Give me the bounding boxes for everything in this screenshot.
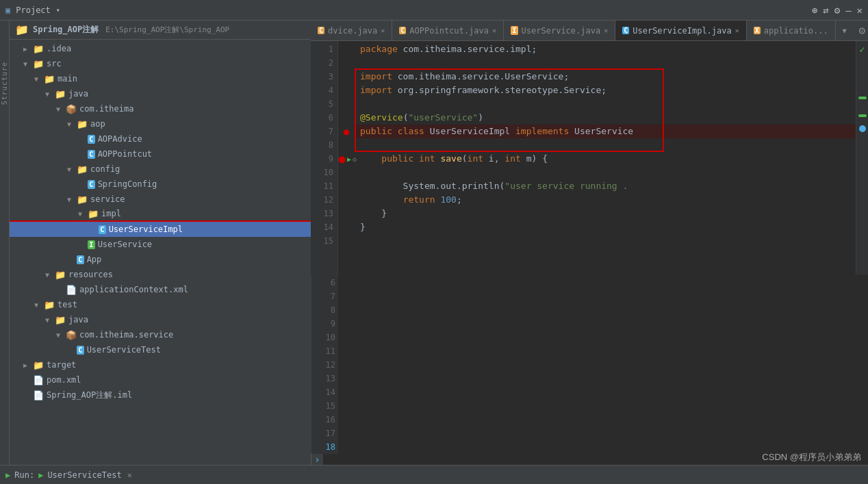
structure-panel: Structure [0, 21, 10, 465]
tree-item-aop[interactable]: ▼ 📁 aop [10, 116, 311, 131]
title-bar-left: ▣ Project ▾ [5, 5, 60, 15]
gutter-6 [338, 111, 355, 125]
space-return [435, 193, 441, 207]
code-content[interactable]: package com.itheima.service.impl; import… [355, 41, 856, 275]
breakpoint-icon[interactable]: ● [344, 126, 349, 137]
gutter-15 [338, 234, 355, 248]
annotation-paren: ( [403, 111, 409, 125]
tab-aoppointcut-close[interactable]: ✕ [492, 27, 496, 34]
tree-item-aoppointcut[interactable]: ▶ C AOPPointcut [10, 147, 311, 162]
tab-advice[interactable]: C dvice.java ✕ [311, 21, 392, 40]
tree-item-service[interactable]: ▼ 📁 service [10, 192, 311, 207]
gutter-mark-green2 [858, 114, 867, 117]
tree-arrow-target[interactable]: ▶ [23, 361, 31, 369]
tab-userserviceimpl[interactable]: C UserServiceImpl.java ✕ [615, 21, 747, 40]
tab-dropdown[interactable]: ▾ [836, 21, 854, 40]
tree-item-userservicetest[interactable]: ▶ C UserServiceTest [10, 342, 311, 357]
code-line-3: import com.itheima.service.UserService; [355, 70, 856, 84]
tree-arrow-java[interactable]: ▼ [45, 90, 53, 98]
tab-settings[interactable]: ⚙ [853, 21, 868, 40]
tree-arrow-com[interactable]: ▼ [56, 105, 64, 113]
line-num-3: 3 [311, 70, 333, 84]
project-name: Spring_AOP注解 [33, 24, 99, 36]
space3 [435, 152, 441, 166]
tree-arrow-impl[interactable]: ▼ [78, 210, 86, 218]
tree-arrow-src[interactable]: ▼ [23, 60, 31, 68]
tree-arrow[interactable]: ▶ [23, 45, 31, 53]
class-name: UserServiceImpl [424, 125, 515, 138]
tree-item-src[interactable]: ▼ 📁 src [10, 56, 311, 71]
globe-icon[interactable]: ⊕ [812, 5, 817, 16]
file-ok-icon: ✓ [859, 41, 865, 55]
tree-item-resources[interactable]: ▼ 📁 resources [10, 267, 311, 282]
chevron-right-icon[interactable]: › [311, 454, 323, 465]
tab-applicationcontext[interactable]: X applicatio... [747, 21, 836, 40]
tab-aoppointcut[interactable]: C AOPPointcut.java ✕ [392, 21, 504, 40]
tree-arrow-aop[interactable]: ▼ [67, 120, 75, 128]
run-arrow-icon[interactable]: ▶ [347, 155, 351, 163]
project-label[interactable]: Project [16, 5, 51, 15]
right-line-numbers: 6 7 8 9 10 11 12 13 14 15 16 17 18 [311, 275, 338, 454]
minimize-icon[interactable]: — [845, 5, 851, 16]
tree-arrow-com-service[interactable]: ▼ [56, 331, 64, 339]
rln-17: 17 [311, 426, 335, 440]
tab-userservice[interactable]: I UserService.java ✕ [504, 21, 615, 40]
project-dropdown-icon[interactable]: ▾ [56, 6, 60, 14]
gutter-9[interactable]: ⬤ ▶ ◇ [338, 152, 355, 166]
resources-folder-icon: 📁 [55, 270, 66, 280]
tree-item-appcontext[interactable]: ▶ 📄 applicationContext.xml [10, 282, 311, 297]
editor-area: C dvice.java ✕ C AOPPointcut.java ✕ I Us… [311, 21, 868, 465]
tree-item-pom[interactable]: ▶ 📄 pom.xml [10, 372, 311, 387]
tab-userservice-close[interactable]: ✕ [604, 27, 608, 34]
settings-icon[interactable]: ⚙ [834, 5, 840, 16]
project-path: E:\Spring_AOP注解\Spring_AOP [105, 25, 229, 35]
tree-item-userserviceimpl[interactable]: ▶ C UserServiceImpl [10, 222, 311, 237]
tree-item-java[interactable]: ▼ 📁 java [10, 86, 311, 101]
tree-item-idea[interactable]: ▶ 📁 .idea [10, 41, 311, 56]
tree-item-test[interactable]: ▼ 📁 test [10, 297, 311, 312]
close-icon[interactable]: ✕ [857, 5, 863, 16]
tree-arrow-main[interactable]: ▼ [34, 75, 42, 83]
tree-container[interactable]: ▶ 📁 .idea ▼ 📁 src ▼ 📁 main ▼ [10, 40, 311, 465]
tree-arrow-test[interactable]: ▼ [34, 301, 42, 309]
app-label: App [87, 255, 102, 264]
run-close-icon[interactable]: ✕ [127, 470, 132, 480]
tree-arrow-service[interactable]: ▼ [67, 196, 75, 203]
tree-item-iml[interactable]: ▶ 📄 Spring_AOP注解.iml [10, 387, 311, 403]
run-icon[interactable]: ▶ [5, 470, 10, 480]
method-save: save [440, 152, 461, 166]
param-i: i, [483, 152, 505, 166]
tab-userservice-label: UserService.java [522, 26, 601, 36]
run-test-icon: ▶ [38, 470, 43, 480]
tree-arrow-resources[interactable]: ▼ [45, 271, 53, 279]
keyword-int1: int [419, 152, 435, 166]
code-line-15 [355, 234, 856, 248]
gutter-7[interactable]: ● [338, 125, 355, 138]
title-icon: ▣ [5, 5, 10, 15]
tree-item-java-test[interactable]: ▼ 📁 java [10, 312, 311, 327]
tree-arrow-config[interactable]: ▼ [67, 166, 75, 173]
line-num-7: 7 [311, 125, 333, 138]
tree-item-impl[interactable]: ▼ 📁 impl [10, 207, 311, 222]
java-c-icon4: C [99, 225, 106, 234]
tree-item-com-itheima-service[interactable]: ▼ 📦 com.itheima.service [10, 327, 311, 342]
tree-item-config[interactable]: ▼ 📁 config [10, 162, 311, 177]
tab-aoppointcut-icon: C [399, 27, 406, 34]
tree-item-main[interactable]: ▼ 📁 main [10, 71, 311, 86]
tree-arrow-java-test[interactable]: ▼ [45, 316, 53, 324]
run-icon[interactable]: ⬤ [338, 155, 346, 163]
tab-advice-close[interactable]: ✕ [381, 27, 385, 34]
sysout: System.out.println( [360, 179, 505, 193]
tree-item-com-itheima[interactable]: ▼ 📦 com.itheima [10, 101, 311, 116]
tree-item-app[interactable]: ▶ C App [10, 252, 311, 267]
structure-label[interactable]: Structure [1, 62, 8, 105]
tree-item-target[interactable]: ▶ 📁 target [10, 357, 311, 372]
split-icon[interactable]: ⇄ [823, 5, 828, 16]
tree-item-aopadvice[interactable]: ▶ C AOPAdvice [10, 131, 311, 147]
line-num-4: 4 [311, 84, 333, 97]
tree-item-springconfig[interactable]: ▶ C SpringConfig [10, 177, 311, 192]
gutter-14 [338, 220, 355, 234]
tree-item-userservice[interactable]: ▶ I UserService [10, 237, 311, 252]
interface-name: UserService [569, 125, 633, 138]
tab-userserviceimpl-close[interactable]: ✕ [735, 27, 739, 34]
